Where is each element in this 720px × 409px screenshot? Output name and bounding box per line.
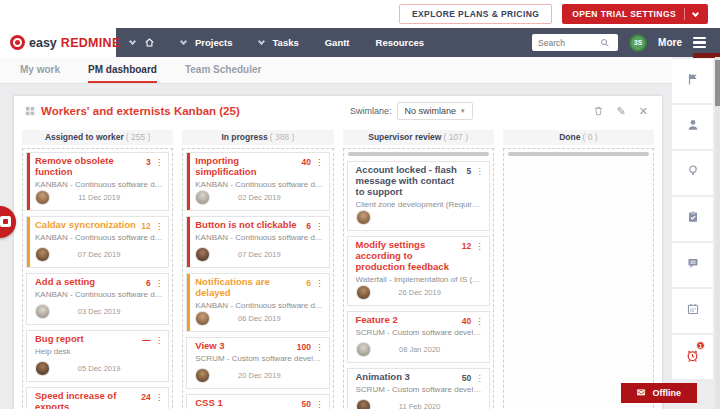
kanban-card[interactable]: Modify settings according to production … [347, 236, 490, 306]
card-title: Importing simplification [195, 156, 301, 178]
card-menu-icon[interactable]: ⋮ [475, 166, 484, 176]
card-bottom-row: 02 Dec 2019 [195, 189, 323, 206]
card-menu-icon[interactable]: ⋮ [315, 399, 324, 409]
card-title: Caldav syncronization [35, 220, 141, 231]
sidebar-tasks-button[interactable] [672, 197, 713, 241]
kanban-card[interactable]: Remove obsolete function3⋮KANBAN - Conti… [26, 152, 169, 211]
tab-pm-dashboard[interactable]: PM dashboard [88, 57, 157, 83]
offline-button[interactable]: ✉ Offline [621, 383, 697, 403]
kanban-card[interactable]: Account locked - flash message with cont… [347, 161, 490, 231]
logo[interactable]: easy REDMINE [0, 28, 116, 57]
nav-item-projects[interactable]: Projects [195, 37, 233, 48]
card-menu-icon[interactable]: ⋮ [315, 278, 324, 288]
column-name: In progress [221, 132, 267, 142]
card-date: 02 Dec 2019 [195, 193, 323, 202]
card-project: KANBAN - Continuous software development [195, 180, 323, 189]
card-menu-icon[interactable]: ⋮ [315, 342, 324, 352]
card-top-row: Animation 350⋮ [356, 372, 484, 383]
card-menu-icon[interactable]: ⋮ [475, 373, 484, 383]
nav-item-more[interactable]: More [658, 37, 682, 48]
kanban-card[interactable]: Notifications are delayed6⋮KANBAN - Cont… [186, 273, 329, 332]
card-top-row: Add a setting6⋮ [35, 277, 163, 288]
chat-icon [686, 256, 700, 274]
column-count: ( 107 ) [443, 132, 468, 142]
card-top-row: Feature 240⋮ [356, 315, 484, 326]
chevron-down-icon: ▾ [461, 107, 465, 115]
edit-icon[interactable]: ✎ [617, 106, 626, 117]
kanban-card[interactable]: View 3100⋮SCRUM - Custom software develo… [186, 337, 329, 389]
kanban-card[interactable]: Bug report—⋮Help desk05 Dec 2019 [26, 330, 169, 382]
kanban-card[interactable]: Button is not clickable6⋮KANBAN - Contin… [186, 216, 329, 268]
kanban-panel: Workers' and externists Kanban (25) Swim… [14, 96, 662, 409]
nav-item-tasks[interactable]: Tasks [273, 37, 299, 48]
flag-icon [686, 72, 700, 90]
sidebar-lightbulb-button[interactable] [672, 151, 713, 195]
sidebar-chat-button[interactable] [672, 243, 713, 287]
card-menu-icon[interactable]: ⋮ [315, 221, 324, 231]
column-header: Assigned to worker( 255 ) [22, 130, 173, 145]
card-top-row: Notifications are delayed6⋮ [195, 277, 323, 299]
sidebar-user-button[interactable] [672, 105, 713, 149]
projects-dropdown-chevron-icon[interactable] [180, 38, 187, 45]
card-menu-icon[interactable]: ⋮ [475, 316, 484, 326]
assignee-avatar[interactable] [356, 210, 371, 225]
kanban-card[interactable]: CSS 150⋮SCRUM - Custom software developm… [186, 394, 329, 409]
card-date: 26 Dec 2019 [356, 288, 484, 297]
column-scrollbar[interactable] [348, 152, 489, 156]
page-scrollbar[interactable] [715, 57, 720, 409]
swimlane-value: No swimlane [405, 106, 457, 116]
tab-team-scheduler[interactable]: Team Scheduler [185, 57, 262, 83]
sidebar-alarm-button[interactable]: 1 [672, 335, 713, 379]
card-bottom-row [356, 209, 484, 226]
card-title: Modify settings according to production … [356, 240, 462, 273]
sidebar-flag-button[interactable] [672, 59, 713, 103]
kanban-card[interactable]: Caldav syncronization12⋮KANBAN - Continu… [26, 216, 169, 268]
search-box[interactable] [532, 34, 618, 51]
card-menu-icon[interactable]: ⋮ [155, 157, 164, 167]
card-points: 12 [462, 241, 471, 251]
card-top-row: Speed increase of exports24⋮ [35, 391, 163, 409]
alarm-icon [685, 348, 700, 367]
card-project: SCRUM - Custom software development [356, 328, 484, 337]
card-title: Button is not clickable [195, 220, 306, 231]
kanban-card[interactable]: Feature 240⋮SCRUM - Custom software deve… [347, 311, 490, 363]
kanban-card[interactable]: Add a setting6⋮KANBAN - Continuous softw… [26, 273, 169, 325]
user-avatar[interactable]: 3S [629, 34, 647, 52]
chevron-down-icon [692, 9, 699, 16]
kanban-card[interactable]: Importing simplification40⋮KANBAN - Cont… [186, 152, 329, 211]
card-points: 50 [462, 373, 471, 383]
card-menu-icon[interactable]: ⋮ [155, 221, 164, 231]
menu-icon[interactable] [693, 37, 706, 48]
card-menu-icon[interactable]: ⋮ [155, 278, 164, 288]
tab-my-work[interactable]: My work [20, 57, 60, 83]
explore-plans-button[interactable]: EXPLORE PLANS & PRICING [399, 4, 552, 24]
card-menu-icon[interactable]: ⋮ [155, 335, 164, 345]
card-menu-icon[interactable]: ⋮ [315, 157, 324, 167]
swimlane-select[interactable]: No swimlane ▾ [397, 102, 473, 120]
card-date: 05 Dec 2019 [35, 364, 163, 373]
card-project: SCRUM - Custom software development [195, 354, 323, 363]
home-icon[interactable] [144, 37, 155, 48]
app-window: EXPLORE PLANS & PRICING OPEN TRIAL SETTI… [0, 0, 720, 409]
trash-icon[interactable] [593, 105, 604, 117]
tasks-dropdown-chevron-icon[interactable] [257, 38, 264, 45]
home-dropdown-chevron-icon[interactable] [129, 38, 136, 45]
card-menu-icon[interactable]: ⋮ [475, 241, 484, 251]
scrollbar-thumb[interactable] [715, 60, 720, 106]
card-date: 11 Dec 2019 [35, 193, 163, 202]
close-icon[interactable]: ✕ [639, 106, 648, 117]
column-card-list [503, 148, 654, 409]
column-scrollbar[interactable] [508, 152, 649, 156]
search-input[interactable] [538, 38, 600, 48]
card-top-row: Importing simplification40⋮ [195, 156, 323, 178]
open-trial-settings-button[interactable]: OPEN TRIAL SETTINGS [562, 4, 708, 24]
nav-item-gantt[interactable]: Gantt [325, 37, 350, 48]
card-project: KANBAN - Continuous software development [35, 290, 163, 299]
kanban-card[interactable]: Animation 350⋮SCRUM - Custom software de… [347, 368, 490, 409]
kanban-card[interactable]: Speed increase of exports24⋮KANBAN - Con… [26, 387, 169, 409]
sidebar-calendar-button[interactable] [672, 289, 713, 333]
card-points: 6 [306, 221, 311, 231]
card-date: 20 Dec 2019 [195, 371, 323, 380]
nav-item-resources[interactable]: Resources [376, 37, 425, 48]
card-menu-icon[interactable]: ⋮ [155, 392, 164, 402]
